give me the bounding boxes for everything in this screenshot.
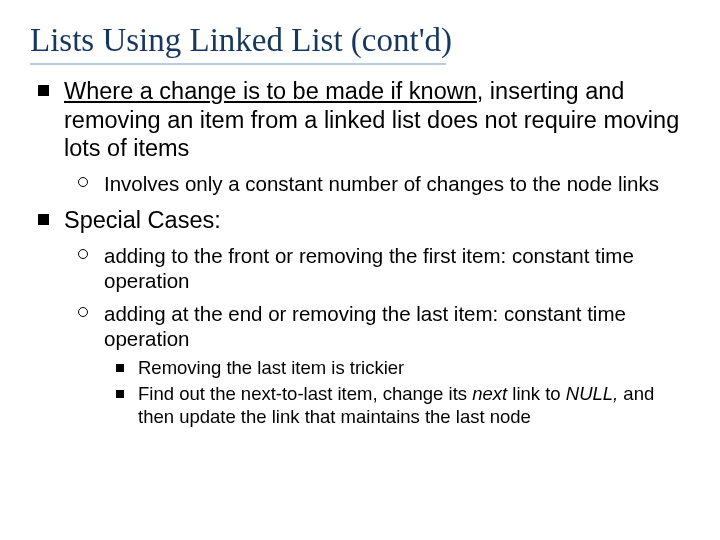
sub-bullet-item: adding to the front or removing the firs… <box>64 243 690 293</box>
sub-sub-bullet-item: Removing the last item is trickier <box>104 357 690 380</box>
bullet-item: Where a change is to be made if known, i… <box>30 77 690 196</box>
text-underline: Where a change is to be made if known <box>64 78 477 104</box>
sub-sub-list: Removing the last item is trickier Find … <box>104 357 690 429</box>
text-italic: next <box>472 383 507 404</box>
sub-bullet-item: Involves only a constant number of chang… <box>64 171 690 196</box>
text: adding to the front or removing the firs… <box>104 244 634 292</box>
text: Special Cases: <box>64 207 221 233</box>
bullet-list: Where a change is to be made if known, i… <box>30 77 690 428</box>
text-italic: NULL, <box>566 383 624 404</box>
text: adding at the end or removing the last i… <box>104 302 626 350</box>
title-rule <box>30 63 446 65</box>
text: Find out the next-to-last item, change i… <box>138 383 472 404</box>
sub-bullet-item: adding at the end or removing the last i… <box>64 301 690 429</box>
text: Removing the last item is trickier <box>138 357 404 378</box>
text: link to <box>507 383 566 404</box>
sub-list: Involves only a constant number of chang… <box>64 171 690 196</box>
sub-sub-bullet-item: Find out the next-to-last item, change i… <box>104 383 690 428</box>
sub-list: adding to the front or removing the firs… <box>64 243 690 429</box>
text: Involves only a constant number of chang… <box>104 172 659 195</box>
slide: Lists Using Linked List (cont'd) Where a… <box>0 0 720 540</box>
slide-title: Lists Using Linked List (cont'd) <box>30 22 690 59</box>
bullet-item: Special Cases: adding to the front or re… <box>30 206 690 428</box>
